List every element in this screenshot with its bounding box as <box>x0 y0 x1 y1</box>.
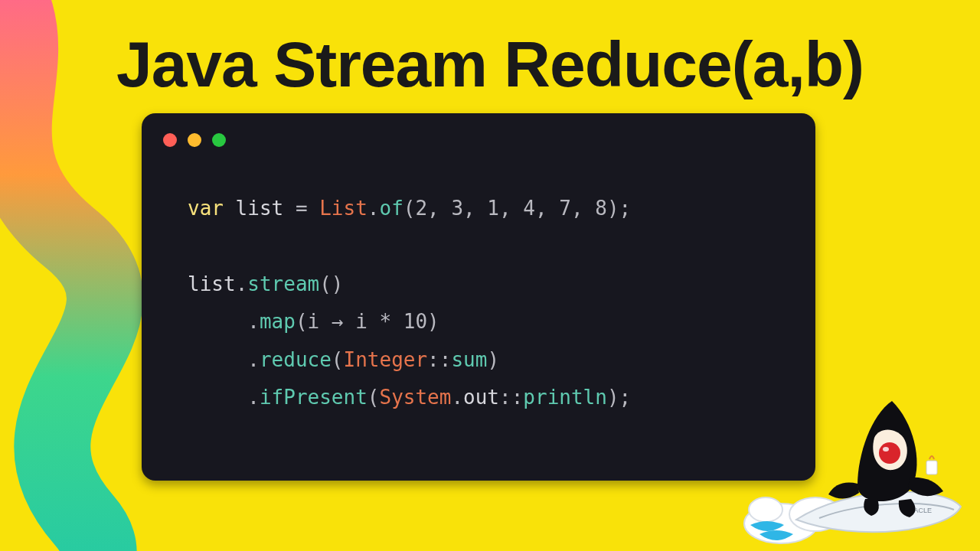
field-out: out <box>463 386 499 409</box>
dot5: . <box>247 386 260 409</box>
svg-point-1 <box>789 497 841 531</box>
dot2: . <box>236 272 248 295</box>
paren-close4: ) <box>487 348 499 371</box>
svg-text:ORACLE: ORACLE <box>903 507 932 514</box>
dot4: . <box>247 348 260 371</box>
svg-rect-6 <box>926 461 937 474</box>
svg-point-0 <box>744 504 818 543</box>
slide-background: Java Stream Reduce(a,b) var list = List.… <box>0 0 980 551</box>
code-block: var list = List.of(2, 3, 1, 4, 7, 8); li… <box>188 190 631 416</box>
args-map: (i → i * 10) <box>296 310 439 333</box>
indent4 <box>188 348 247 371</box>
minimize-icon <box>188 133 201 147</box>
method-stream: stream <box>247 272 319 295</box>
close-icon <box>163 133 177 147</box>
dot5b: . <box>451 386 463 409</box>
identifier-list2: list <box>188 272 236 295</box>
class-system: System <box>379 386 451 409</box>
paren-close5: ); <box>607 386 631 409</box>
sep5: :: <box>499 386 523 409</box>
method-of: of <box>379 197 403 220</box>
method-sum: sum <box>451 348 487 371</box>
method-map: map <box>260 310 296 333</box>
window-traffic-lights <box>163 133 226 147</box>
slide-title: Java Stream Reduce(a,b) <box>0 28 980 102</box>
method-println: println <box>523 386 607 409</box>
dot3: . <box>247 310 260 333</box>
indent5 <box>188 386 247 409</box>
args-of: (2, 3, 1, 4, 7, 8); <box>403 197 631 220</box>
sep4: :: <box>427 348 451 371</box>
svg-point-5 <box>883 447 889 452</box>
paren-open5: ( <box>368 386 380 409</box>
class-integer: Integer <box>344 348 428 371</box>
parens-stream: () <box>319 272 343 295</box>
class-list: List <box>308 197 368 220</box>
code-window: var list = List.of(2, 3, 1, 4, 7, 8); li… <box>142 113 815 481</box>
operator-equals: = <box>296 197 308 220</box>
method-ifpresent: ifPresent <box>260 386 368 409</box>
indent3 <box>188 310 247 333</box>
svg-point-4 <box>879 442 900 464</box>
method-reduce: reduce <box>260 348 332 371</box>
paren-open4: ( <box>332 348 344 371</box>
identifier-list: list <box>224 197 296 220</box>
keyword-var: var <box>188 197 224 220</box>
zoom-icon <box>212 133 226 147</box>
svg-point-2 <box>749 497 782 522</box>
dot: . <box>368 197 380 220</box>
